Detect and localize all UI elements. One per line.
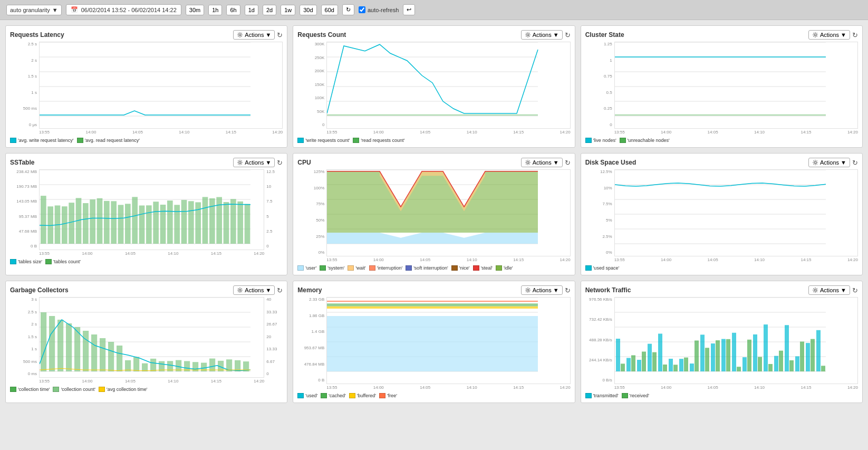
svg-rect-133 <box>695 341 699 372</box>
auto-refresh-label[interactable]: auto-refresh <box>359 6 399 13</box>
time-btn-1d[interactable]: 1d <box>245 5 258 15</box>
y-axis-label: 125% <box>314 169 324 174</box>
legend-label: 'received' <box>630 393 649 398</box>
chart-wrap-requests-count: 300K250K200K150K100K50K013:5514:0014:051… <box>297 42 570 136</box>
panel-controls-network: Actions ▼↻ <box>808 285 858 295</box>
y-axis-label: 500 ms <box>23 359 37 364</box>
time-btn-60d[interactable]: 60d <box>321 5 338 15</box>
time-btn-30d[interactable]: 30d <box>300 5 316 15</box>
y-axis2-sstable: 12.5107.552.50 <box>264 169 283 257</box>
refresh-icon-requests-count[interactable]: ↻ <box>565 31 571 39</box>
svg-rect-84 <box>83 331 89 371</box>
back-button[interactable]: ↩ <box>403 4 415 15</box>
svg-rect-152 <box>795 357 799 372</box>
svg-rect-134 <box>700 335 705 372</box>
svg-rect-31 <box>62 206 67 244</box>
actions-button-disk-space[interactable]: Actions ▼ <box>808 158 850 167</box>
panel-refresh-icon[interactable]: ↻ <box>565 159 571 167</box>
legend-requests-latency: 'avg. write request latency''avg. read r… <box>10 138 283 143</box>
time-btn-1w[interactable]: 1w <box>281 5 295 15</box>
chart-wrap-memory: 2.33 GB1.86 GB1.4 GB953.67 MB476.84 MB0 … <box>297 297 570 391</box>
chart-wrap-cpu: 125%100%75%50%25%0%13:5514:0014:0514:101… <box>297 169 570 263</box>
legend-label: 'user' <box>305 265 316 271</box>
time-btn-6h[interactable]: 6h <box>226 5 240 15</box>
svg-rect-138 <box>721 339 726 371</box>
legend-gc: 'collection time''collection count''avg … <box>10 387 283 392</box>
refresh-icon-gc[interactable]: ↻ <box>277 286 283 294</box>
refresh-icon-memory[interactable]: ↻ <box>565 286 571 294</box>
time-btn-30m[interactable]: 30m <box>186 5 204 15</box>
legend-label: 'collection count' <box>61 387 95 392</box>
refresh-icon-cluster-state[interactable]: ↻ <box>852 31 858 39</box>
panel-refresh-icon[interactable]: ↻ <box>277 31 283 39</box>
granularity-select[interactable]: auto granularity ▼ <box>6 5 62 15</box>
chart-svg-sstable <box>40 170 264 250</box>
x-axis-label: 13:55 <box>39 379 50 384</box>
svg-rect-51 <box>202 197 208 244</box>
refresh-icon-cpu[interactable]: ↻ <box>565 159 571 167</box>
actions-button-sstable[interactable]: Actions ▼ <box>233 158 275 167</box>
x-axis-label: 14:00 <box>661 130 671 135</box>
x-axis-label: 14:00 <box>661 385 671 390</box>
x-axis-label: 14:20 <box>847 257 858 262</box>
legend-color-swatch <box>348 265 354 271</box>
refresh-icon-disk-space[interactable]: ↻ <box>852 159 858 167</box>
panel-refresh-icon[interactable]: ↻ <box>277 286 283 294</box>
panel-refresh-icon[interactable]: ↻ <box>852 31 858 39</box>
svg-rect-52 <box>209 198 215 244</box>
y-axis-label: 476.84 MB <box>304 362 325 367</box>
svg-point-104 <box>527 289 529 291</box>
svg-rect-153 <box>800 342 804 372</box>
panel-refresh-icon[interactable]: ↻ <box>852 286 858 294</box>
x-axis-label: 14:15 <box>513 257 524 262</box>
x-axis-label: 14:00 <box>373 257 384 262</box>
legend-item: 'avg. write request latency' <box>10 138 74 143</box>
svg-point-111 <box>814 289 816 291</box>
svg-rect-155 <box>811 339 815 371</box>
refresh-icon-sstable[interactable]: ↻ <box>277 159 283 167</box>
time-btn-1h[interactable]: 1h <box>208 5 222 15</box>
auto-refresh-checkbox[interactable] <box>359 6 365 13</box>
svg-rect-39 <box>118 205 124 244</box>
x-axis-label: 14:10 <box>467 130 477 135</box>
panel-refresh-icon[interactable]: ↻ <box>277 159 283 167</box>
x-axis-label: 14:20 <box>254 251 264 256</box>
y-axis-cluster-state: 1.2510.750.50.250 <box>585 42 614 136</box>
actions-button-requests-latency[interactable]: Actions ▼ <box>233 30 275 40</box>
actions-button-cluster-state[interactable]: Actions ▼ <box>808 30 850 40</box>
panel-refresh-icon[interactable]: ↻ <box>565 31 571 39</box>
y-axis-label: 976.56 KB/s <box>589 297 612 302</box>
y-axis2-gc: 4033.3326.672013.336.670 <box>264 297 283 385</box>
actions-button-network[interactable]: Actions ▼ <box>808 285 850 295</box>
refresh-icon-requests-latency[interactable]: ↻ <box>277 31 283 39</box>
panel-refresh-icon[interactable]: ↻ <box>852 159 858 167</box>
legend-item: 'soft interruption' <box>406 265 448 271</box>
actions-button-cpu[interactable]: Actions ▼ <box>521 158 563 167</box>
x-axis-label: 14:15 <box>513 130 524 135</box>
legend-color-swatch <box>406 265 412 271</box>
legend-item: 'live nodes' <box>585 138 616 143</box>
actions-button-requests-count[interactable]: Actions ▼ <box>521 30 563 40</box>
y-axis-label: 238.42 MB <box>16 169 37 174</box>
y-axis-label: 1.5 s <box>28 334 37 339</box>
panel-title-sstable: SSTable <box>10 159 34 166</box>
panel-refresh-icon[interactable]: ↻ <box>565 286 571 294</box>
y-axis-label: 0 B <box>31 244 37 248</box>
panel-title-gc: Garbage Collectors <box>10 286 69 294</box>
y-axis-label: 1 s <box>31 347 37 351</box>
date-range[interactable]: 📅 06/02/2014 13:52 - 06/02/2014 14:22 <box>66 4 181 15</box>
y-axis-sstable: 238.42 MB190.73 MB143.05 MB95.37 MB47.68… <box>10 169 39 257</box>
y-axis-label: 10% <box>604 186 612 190</box>
x-axis-label: 14:00 <box>661 257 671 262</box>
gear-icon <box>812 159 818 166</box>
actions-button-gc[interactable]: Actions ▼ <box>233 285 275 295</box>
refresh-button[interactable]: ↻ <box>342 4 354 15</box>
refresh-icon-network[interactable]: ↻ <box>852 286 858 294</box>
auto-refresh-text: auto-refresh <box>368 7 399 13</box>
panel-header-disk-space: Disk Space Used Actions ▼↻ <box>585 158 858 167</box>
svg-rect-119 <box>621 364 625 372</box>
x-axis-label: 14:20 <box>254 379 264 384</box>
time-btn-2d[interactable]: 2d <box>263 5 276 15</box>
actions-button-memory[interactable]: Actions ▼ <box>521 285 563 295</box>
y-axis-label: 1.4 GB <box>311 329 324 334</box>
